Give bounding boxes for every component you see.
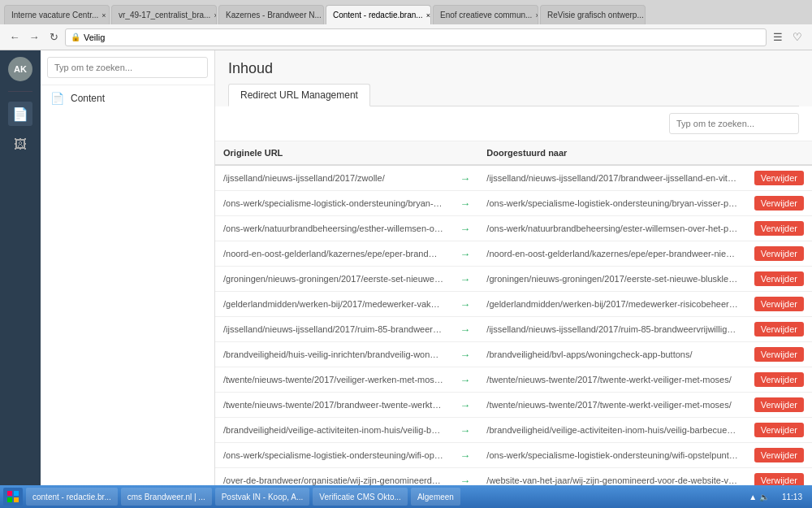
delete-button[interactable]: Verwijder [754, 171, 804, 185]
destination-url-cell: /noord-en-oost-gelderland/kazernes/epe/e… [478, 241, 745, 267]
action-cell: Verwijder [746, 418, 812, 443]
taskbar-item-0[interactable]: content - redactie.br... [26, 488, 118, 506]
back-button[interactable]: ← [6, 29, 23, 46]
taskbar-item-4[interactable]: Algemeen [411, 488, 460, 506]
close-tab-1-icon[interactable]: × [214, 11, 217, 20]
original-url-cell: /groningen/nieuws-groningen/2017/eerste-… [215, 267, 451, 292]
arrow-cell: → [451, 342, 478, 367]
table-wrapper[interactable]: Originele URL Doorgestuurd naar /ijssell… [215, 141, 812, 508]
tab-4[interactable]: Enof creatieve commun... × [433, 5, 538, 24]
close-tab-4-icon[interactable]: × [535, 11, 538, 20]
tab-0[interactable]: Interne vacature Centr... × [4, 5, 110, 24]
delete-button[interactable]: Verwijder [754, 221, 804, 236]
svg-rect-1 [14, 491, 19, 496]
tray-icons: ▲ 🔈 [749, 493, 769, 501]
main-content: Inhoud Redirect URL Management Originele… [215, 50, 812, 508]
avatar[interactable]: AK [8, 57, 32, 81]
taskbar: content - redactie.br... cms Brandweer.n… [0, 485, 812, 508]
svg-rect-0 [7, 491, 12, 496]
arrow-cell: → [451, 241, 478, 267]
arrow-cell: → [451, 191, 478, 216]
destination-url-cell: /twente/nieuws-twente/2017/twente-werkt-… [478, 367, 745, 393]
col-arrow [451, 141, 478, 165]
arrow-cell: → [451, 393, 478, 418]
destination-url-cell: /ijsselland/nieuws-ijsselland/2017/brand… [478, 165, 745, 191]
address-bar[interactable]: 🔒 Veilig [65, 28, 767, 46]
original-url-cell: /ons-werk/specialisme-logistick-onderste… [215, 191, 451, 216]
col-destination-url: Doorgestuurd naar [478, 141, 745, 165]
table-toolbar [215, 106, 812, 141]
action-cell: Verwijder [746, 216, 812, 241]
taskbar-clock: 11:13 [775, 493, 809, 501]
left-panel-search-input[interactable] [47, 57, 208, 78]
tab-5[interactable]: ReVisie grafisch ontwerp... × [540, 5, 646, 24]
tab-1[interactable]: vr_49-17_centralist_bra... × [111, 5, 217, 24]
arrow-cell: → [451, 267, 478, 292]
taskbar-item-2[interactable]: Postvak IN - Koop, A... [215, 488, 310, 506]
destination-url-cell: /ons-werk/specialisme-logistiek-onderste… [478, 443, 745, 468]
user-icon[interactable]: ♡ [789, 29, 806, 46]
tabs-bar: Redirect URL Management [228, 84, 799, 106]
delete-button[interactable]: Verwijder [754, 322, 804, 336]
browser-chrome: Interne vacature Centr... × vr_49-17_cen… [0, 0, 812, 50]
lock-icon: 🔒 [71, 33, 80, 41]
table-search-input[interactable] [669, 113, 799, 134]
destination-url-cell: /ijsselland/nieuws-ijsselland/2017/ruim-… [478, 317, 745, 342]
arrow-cell: → [451, 216, 478, 241]
arrow-cell: → [451, 367, 478, 393]
delete-button[interactable]: Verwijder [754, 297, 804, 311]
action-cell: Verwijder [746, 342, 812, 367]
sidebar-icon-image[interactable]: 🖼 [8, 132, 32, 157]
content-nav-icon: 📄 [50, 92, 64, 105]
delete-button[interactable]: Verwijder [754, 347, 804, 362]
left-panel-search-container [41, 50, 214, 85]
arrow-cell: → [451, 292, 478, 317]
table-row: /brandveiligheid/huis-veilig-inrichten/b… [215, 342, 812, 367]
destination-url-cell: /groningen/nieuws-groningen/2017/eerste-… [478, 267, 745, 292]
original-url-cell: /brandveiligheid/huis-veilig-inrichten/b… [215, 342, 451, 367]
delete-button[interactable]: Verwijder [754, 423, 804, 437]
original-url-cell: /brandveiligheid/veilige-activiteiten-in… [215, 418, 451, 443]
nav-item-content[interactable]: 📄 Content [41, 85, 214, 111]
original-url-cell: /noord-en-oost-gelderland/kazernes/epe/e… [215, 241, 451, 267]
action-cell: Verwijder [746, 443, 812, 468]
tab-2[interactable]: Kazernes - Brandweer N... × [218, 5, 324, 24]
destination-url-cell: /ons-werk/specialisme-logistiek-onderste… [478, 191, 745, 216]
content-header: Inhoud Redirect URL Management [215, 50, 812, 106]
col-action [746, 141, 812, 165]
table-row: /ons-werk/natuurbrandbeheersing/esther-w… [215, 216, 812, 241]
taskbar-item-3[interactable]: Verificatie CMS Okto... [313, 488, 408, 506]
table-row: /ijsselland/nieuws-ijsselland/2017/zwoll… [215, 165, 812, 191]
destination-url-cell: /gelderlandmidden/werken-bij/2017/medewe… [478, 292, 745, 317]
action-cell: Verwijder [746, 367, 812, 393]
taskbar-tray: ▲ 🔈 [745, 493, 772, 501]
svg-rect-2 [7, 497, 12, 502]
sidebar-divider [8, 91, 32, 92]
close-tab-0-icon[interactable]: × [102, 11, 106, 20]
taskbar-item-1[interactable]: cms Brandweer.nl | ... [121, 488, 212, 506]
table-row: /noord-en-oost-gelderland/kazernes/epe/e… [215, 241, 812, 267]
delete-button[interactable]: Verwijder [754, 372, 804, 387]
delete-button[interactable]: Verwijder [754, 271, 804, 286]
action-cell: Verwijder [746, 241, 812, 267]
tab-redirect-url-management[interactable]: Redirect URL Management [228, 84, 370, 106]
delete-button[interactable]: Verwijder [754, 246, 804, 261]
arrow-cell: → [451, 317, 478, 342]
action-cell: Verwijder [746, 165, 812, 191]
arrow-cell: → [451, 418, 478, 443]
refresh-button[interactable]: ↻ [45, 29, 62, 46]
tab-3[interactable]: Content - redactie.bran... × [326, 5, 431, 24]
delete-button[interactable]: Verwijder [754, 397, 804, 412]
settings-icon[interactable]: ☰ [770, 29, 786, 46]
delete-button[interactable]: Verwijder [754, 196, 804, 211]
col-original-url: Originele URL [215, 141, 451, 165]
sidebar-icon-content[interactable]: 📄 [8, 102, 32, 126]
original-url-cell: /ijsselland/nieuws-ijsselland/2017/zwoll… [215, 165, 451, 191]
original-url-cell: /twente/nieuws-twente/2017/veiliger-werk… [215, 367, 451, 393]
start-button[interactable] [3, 488, 23, 506]
delete-button[interactable]: Verwijder [754, 448, 804, 462]
forward-button[interactable]: → [26, 29, 42, 46]
action-cell: Verwijder [746, 292, 812, 317]
table-row: /twente/nieuws-twente/2017/veiliger-werk… [215, 367, 812, 393]
close-tab-3-icon[interactable]: × [426, 11, 430, 20]
